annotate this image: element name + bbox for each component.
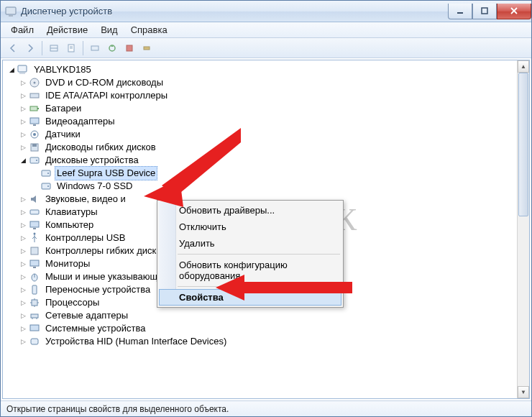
expander-icon[interactable]: ▷ (19, 298, 27, 307)
context-menu-separator (178, 254, 340, 255)
monitor-icon (29, 258, 40, 270)
scan-button[interactable] (87, 40, 103, 56)
svg-rect-3 (482, 8, 487, 14)
expander-icon[interactable]: ▷ (19, 221, 27, 229)
expander-icon[interactable]: ▷ (19, 104, 27, 113)
network-icon (29, 310, 40, 321)
expander-icon[interactable]: ▷ (19, 78, 27, 87)
disk-icon (40, 168, 52, 179)
svg-rect-12 (144, 47, 150, 50)
tree-label: Устройства HID (Human Interface Devices) (43, 334, 229, 349)
menu-action[interactable]: Действие (41, 23, 93, 37)
expander-icon[interactable]: ▷ (19, 324, 27, 333)
svg-rect-32 (30, 210, 39, 214)
scroll-thumb[interactable] (518, 73, 528, 216)
svg-rect-20 (30, 118, 39, 124)
titlebar[interactable]: Диспетчер устройств (1, 1, 531, 22)
tree-label: Процессоры (43, 295, 101, 310)
maximize-button[interactable] (472, 4, 497, 19)
expander-icon[interactable]: ▷ (19, 272, 27, 281)
computer-icon (17, 64, 29, 75)
expander-icon[interactable]: ▷ (19, 208, 27, 216)
toolbar-separator (83, 41, 83, 55)
annotation-arrow-icon (144, 128, 244, 207)
svg-rect-1 (9, 15, 13, 17)
tree-root[interactable]: ◢ YABLYKD185 (6, 63, 517, 76)
tree-device-usb[interactable]: Leef Supra USB Device (6, 167, 517, 180)
expander-icon[interactable]: ▷ (19, 91, 27, 100)
cm-disable[interactable]: Отключить (159, 219, 341, 235)
expander-icon[interactable]: ▷ (19, 130, 27, 139)
tree-category[interactable]: ▷ Датчики (6, 128, 517, 141)
tree-category[interactable]: ▷ Батареи (6, 102, 517, 115)
tree-category[interactable]: ▷ DVD и CD-ROM дисководы (6, 76, 517, 89)
vertical-scrollbar[interactable]: ▲ ▼ (517, 60, 529, 398)
svg-point-29 (47, 173, 49, 174)
expander-icon[interactable]: ▷ (19, 311, 27, 320)
tree-label: Видеоадаптеры (43, 114, 117, 129)
expander-icon[interactable]: ▷ (19, 260, 27, 268)
svg-rect-42 (32, 300, 37, 306)
forward-button[interactable] (22, 40, 38, 56)
disk-icon (40, 180, 52, 192)
uninstall-button[interactable] (121, 40, 137, 56)
floppy-controller-icon (29, 245, 40, 257)
app-icon (5, 6, 17, 17)
display-icon (29, 116, 40, 127)
tree-label: Переносные устройства (43, 283, 152, 297)
svg-rect-34 (33, 228, 36, 229)
tree-category[interactable]: ▷ Дисководы гибких дисков (6, 141, 517, 154)
expander-icon[interactable]: ▷ (19, 195, 27, 203)
cm-uninstall[interactable]: Удалить (159, 235, 341, 252)
svg-point-23 (33, 133, 36, 136)
tree-label: YABLYKD185 (32, 63, 93, 77)
battery-icon (29, 103, 40, 114)
tree-category-disks[interactable]: ◢ Дисковые устройства (6, 154, 517, 167)
update-button[interactable] (104, 40, 120, 56)
disable-button[interactable] (139, 40, 155, 56)
tree-category[interactable]: ▷ Системные устройства (6, 322, 517, 335)
tree-label: Мониторы (43, 257, 92, 271)
scroll-up-button[interactable]: ▲ (518, 60, 529, 73)
portable-icon (29, 284, 40, 295)
minimize-button[interactable] (448, 4, 472, 19)
properties-button[interactable] (63, 40, 79, 56)
tree-category[interactable]: ▷ IDE ATA/ATAPI контроллеры (6, 89, 517, 102)
expander-icon[interactable]: ▷ (19, 247, 27, 255)
expander-icon[interactable]: ▷ (19, 234, 27, 242)
expander-icon[interactable]: ◢ (19, 156, 27, 165)
close-button[interactable] (497, 4, 531, 19)
svg-rect-17 (30, 93, 39, 98)
audio-icon (29, 193, 40, 205)
svg-rect-25 (32, 144, 37, 147)
hid-icon (29, 336, 40, 347)
svg-point-16 (34, 82, 36, 84)
tree-category[interactable]: ▷ Видеоадаптеры (6, 115, 517, 128)
svg-rect-30 (42, 183, 50, 189)
expander-icon[interactable]: ▷ (19, 117, 27, 126)
expander-icon[interactable]: ▷ (19, 143, 27, 152)
menu-file[interactable]: Файл (5, 23, 40, 37)
svg-rect-41 (32, 285, 37, 294)
back-button[interactable] (5, 40, 21, 56)
svg-rect-14 (19, 73, 25, 74)
menu-view[interactable]: Вид (95, 23, 124, 37)
expander-icon[interactable]: ▷ (19, 337, 27, 346)
tree-label: Клавиатуры (43, 205, 100, 219)
tree-device-ssd[interactable]: Windows 7-0 SSD (6, 180, 517, 193)
tree-category[interactable]: ▷ Сетевые адаптеры (6, 309, 517, 322)
scroll-down-button[interactable]: ▼ (518, 386, 529, 398)
system-icon (29, 323, 40, 334)
usb-icon (29, 232, 40, 244)
svg-marker-53 (144, 178, 183, 207)
show-hidden-button[interactable] (46, 40, 62, 56)
annotation-arrow-icon (216, 273, 352, 302)
svg-rect-38 (33, 267, 36, 268)
svg-rect-37 (30, 260, 39, 266)
expander-icon[interactable]: ▷ (19, 285, 27, 294)
expander-icon[interactable]: ◢ (7, 65, 16, 74)
svg-rect-0 (6, 7, 16, 14)
menu-help[interactable]: Справка (125, 23, 173, 37)
tree-category[interactable]: ▷ Устройства HID (Human Interface Device… (6, 335, 517, 348)
svg-rect-26 (30, 157, 39, 163)
